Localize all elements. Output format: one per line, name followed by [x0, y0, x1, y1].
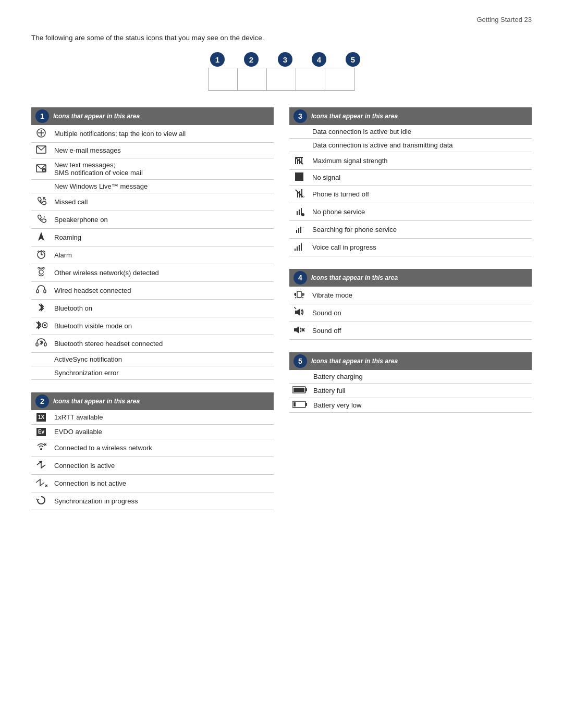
icon-table-3: Data connection is active but idleData c… [289, 125, 532, 256]
svg-rect-55 [299, 245, 300, 251]
table-row: EvEVDO available [31, 425, 274, 439]
icon-description: Sound off [309, 322, 532, 340]
svg-text:♪: ♪ [43, 215, 45, 219]
icon-description: Missed call [51, 193, 274, 211]
icon-cell-no-signal [289, 170, 309, 186]
icon-cell-vibrate [289, 287, 309, 304]
main-columns: 1Icons that appear in this areaMultiple … [31, 107, 532, 523]
table-row: Data connection is active but idle [289, 125, 532, 139]
svg-rect-46 [299, 209, 300, 215]
section-4: 4Icons that appear in this areaVibrate m… [289, 269, 532, 340]
icon-description: Bluetooth visible mode on [51, 317, 274, 335]
page-title: Getting Started 23 [476, 16, 532, 23]
svg-point-23 [44, 324, 46, 326]
icon-description: Phone is turned off [309, 186, 532, 203]
icon-description: New e-mail messages [51, 143, 274, 158]
icon-description: Roaming [51, 229, 274, 246]
table-row: Synchronization error [31, 366, 274, 380]
icon-cell-bluetooth-visible [31, 317, 51, 335]
left-column: 1Icons that appear in this areaMultiple … [31, 107, 274, 523]
icon-description: New text messages; SMS notification of v… [51, 158, 274, 180]
table-row: ANew text messages; SMS notification of … [31, 158, 274, 180]
diagram-number-5: 5 [346, 52, 360, 67]
svg-rect-20 [36, 290, 39, 293]
svg-point-19 [39, 270, 43, 274]
table-row: Alarm [31, 246, 274, 264]
icon-cell-bluetooth [31, 300, 51, 317]
icon-cell-missed-call [31, 193, 51, 211]
icon-cell-evdo: Ev [31, 425, 51, 439]
icon-description: Multiple notifications; tap the icon to … [51, 125, 274, 143]
icon-description: Connection is not active [51, 475, 274, 492]
icon-cell-sound-off [289, 322, 309, 340]
icon-description: Connected to a wireless network [51, 439, 274, 457]
section-title-5: Icons that appear in this area [311, 357, 398, 365]
table-row: ..Searching for phone service [289, 221, 532, 239]
icon-description: Data connection is active but idle [309, 125, 532, 139]
icon-description: Synchronization in progress [51, 492, 274, 510]
icon-cell-roaming [31, 229, 51, 246]
icon-cell-wired-headset [31, 282, 51, 300]
icon-description: Maximum signal strength [309, 152, 532, 170]
icon-cell-sync-progress [31, 492, 51, 510]
table-row: Sound off [289, 322, 532, 340]
svg-rect-37 [299, 158, 300, 164]
svg-line-63 [302, 297, 303, 298]
icon-description: Speakerphone on [51, 211, 274, 229]
diagram-box-5 [325, 68, 354, 90]
svg-rect-50 [298, 228, 299, 233]
icon-cell-searching-phone: .. [289, 221, 309, 239]
table-row: Connection is active [31, 457, 274, 475]
svg-rect-53 [295, 249, 296, 251]
section-number-1: 1 [35, 109, 49, 123]
icon-description: Vibrate mode [309, 287, 532, 304]
table-row: Connection is not active [31, 475, 274, 492]
svg-rect-56 [301, 243, 302, 251]
icon-description: Searching for phone service [309, 221, 532, 239]
table-row: Wired headset connected [31, 282, 274, 300]
icon-description: Battery full [310, 384, 532, 398]
diagram-box-4 [296, 68, 325, 90]
icon-table-5: Battery chargingBattery fullBattery very… [289, 370, 532, 413]
icon-description: Other wireless network(s) detected [51, 264, 274, 282]
icon-cell-email [31, 143, 51, 158]
svg-marker-66 [294, 326, 299, 334]
svg-rect-39 [295, 172, 303, 181]
table-row: New e-mail messages [31, 143, 274, 158]
icon-cell-empty [31, 366, 51, 380]
table-row: Roaming [31, 229, 274, 246]
icon-description: Data connection is active and transmitti… [309, 139, 532, 152]
icon-description: Synchronization error [51, 366, 274, 380]
diagram-number-1: 1 [210, 52, 225, 67]
section-title-1: Icons that appear in this area [53, 113, 140, 120]
svg-rect-24 [36, 343, 38, 346]
icon-description: Sound on [309, 304, 532, 322]
table-row: Battery charging [289, 370, 532, 384]
svg-rect-21 [44, 290, 46, 293]
svg-text:✕: ✕ [303, 195, 304, 199]
section-title-2: Icons that appear in this area [53, 398, 140, 405]
table-row: ♪Speakerphone on [31, 211, 274, 229]
icon-description: Battery charging [310, 370, 532, 384]
section-5: 5Icons that appear in this areaBattery c… [289, 352, 532, 413]
icon-cell-connected-wireless [31, 439, 51, 457]
icon-table-2: 1X1xRTT availableEvEVDO availableConnect… [31, 410, 274, 510]
svg-line-62 [295, 297, 296, 298]
icon-description: No phone service [309, 203, 532, 221]
section-2: 2Icons that appear in this area1X1xRTT a… [31, 392, 274, 510]
svg-marker-64 [295, 309, 300, 316]
section-title-4: Icons that appear in this area [311, 274, 398, 281]
icon-description: 1xRTT available [51, 410, 274, 425]
table-row: Battery full [289, 384, 532, 398]
table-row: Other wireless network(s) detected [31, 264, 274, 282]
icon-description: Alarm [51, 246, 274, 264]
right-column: 3Icons that appear in this areaData conn… [289, 107, 532, 523]
diagram-number-2: 2 [244, 52, 259, 67]
icon-cell-wireless-detected [31, 264, 51, 282]
page-header: Getting Started 23 [31, 16, 532, 23]
svg-rect-70 [305, 388, 307, 391]
table-row: Voice call in progress [289, 239, 532, 256]
table-row: Vibrate mode [289, 287, 532, 304]
icon-description: Wired headset connected [51, 282, 274, 300]
svg-rect-54 [297, 246, 298, 251]
